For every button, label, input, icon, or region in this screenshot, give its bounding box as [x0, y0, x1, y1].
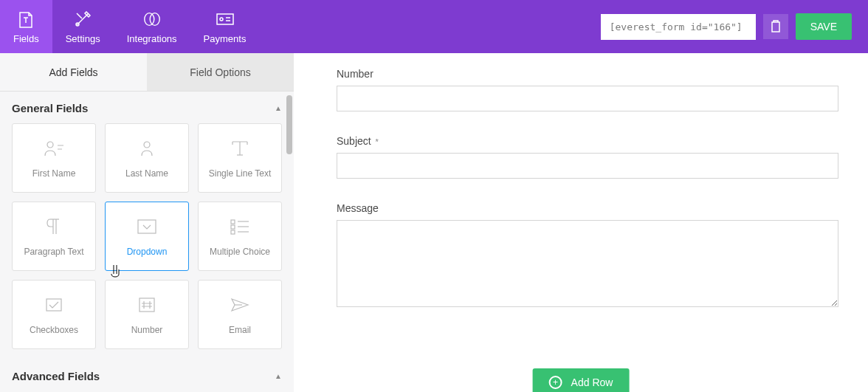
label-message: Message: [337, 202, 838, 214]
shortcode-input[interactable]: [601, 14, 756, 40]
general-fields-grid: First Name Last Name: [0, 123, 294, 360]
svg-rect-12: [46, 299, 61, 311]
section-advanced-fields[interactable]: Advanced Fields ▲: [0, 360, 294, 391]
svg-point-1: [144, 13, 154, 25]
person-icon: [43, 137, 65, 159]
field-label: Single Line Text: [209, 168, 272, 179]
svg-point-7: [144, 142, 150, 148]
field-label: Paragraph Text: [24, 247, 83, 257]
list-icon: [229, 216, 251, 238]
nav-fields[interactable]: Fields: [0, 0, 52, 53]
scrollbar[interactable]: [285, 92, 294, 173]
field-multiple-choice[interactable]: Multiple Choice: [198, 202, 282, 271]
clipboard-icon: [770, 20, 782, 33]
svg-rect-11: [231, 230, 235, 234]
field-label: Number: [131, 325, 163, 335]
nav-settings[interactable]: Settings: [52, 0, 114, 53]
field-label: Dropdown: [127, 247, 168, 257]
field-label: Last Name: [125, 168, 168, 179]
form-row-number: Number: [337, 68, 838, 111]
send-icon: [229, 294, 251, 316]
form-row-subject: Subject *: [337, 135, 838, 179]
svg-rect-8: [138, 220, 156, 233]
person-icon: [136, 137, 158, 159]
section-title: General Fields: [12, 102, 88, 114]
main: Add Fields Field Options General Fields …: [0, 53, 868, 392]
nav-integrations[interactable]: Integrations: [114, 0, 190, 53]
field-label: Checkboxes: [30, 325, 78, 335]
section-general-fields[interactable]: General Fields ▲: [0, 92, 294, 123]
field-last-name[interactable]: Last Name: [105, 123, 189, 193]
tab-add-fields[interactable]: Add Fields: [0, 53, 147, 91]
svg-rect-13: [140, 298, 154, 312]
field-paragraph-text[interactable]: Paragraph Text: [12, 202, 96, 271]
textarea-message[interactable]: [337, 220, 838, 307]
caret-up-icon: ▲: [275, 104, 282, 112]
required-indicator: *: [376, 137, 379, 146]
svg-rect-5: [772, 22, 779, 32]
nav-label: Fields: [13, 33, 39, 44]
field-dropdown[interactable]: Dropdown: [105, 202, 189, 271]
field-email[interactable]: Email: [198, 280, 282, 349]
form-preview: Number Subject * Message + Add Row: [294, 53, 868, 392]
field-single-line-text[interactable]: Single Line Text: [198, 123, 282, 193]
form-row-message: Message: [337, 202, 838, 310]
section-title: Advanced Fields: [12, 370, 100, 382]
nav-label: Payments: [204, 33, 247, 44]
settings-icon: [73, 10, 92, 29]
topbar: Fields Settings Integrations: [0, 0, 868, 53]
topbar-actions: SAVE: [601, 13, 868, 40]
payments-icon: [216, 10, 235, 29]
add-row-button[interactable]: + Add Row: [533, 368, 630, 392]
integrations-icon: [142, 10, 162, 29]
nav-label: Integrations: [127, 33, 177, 44]
svg-rect-10: [231, 225, 235, 229]
copy-button[interactable]: [763, 14, 788, 39]
sidebar-tabs: Add Fields Field Options: [0, 53, 294, 92]
text-icon: [229, 137, 251, 159]
save-button[interactable]: SAVE: [796, 13, 852, 40]
field-label: First Name: [32, 168, 76, 179]
label-number: Number: [337, 68, 838, 80]
input-number[interactable]: [337, 86, 838, 111]
hash-icon: [136, 294, 158, 316]
field-number[interactable]: Number: [105, 280, 189, 349]
topbar-nav: Fields Settings Integrations: [0, 0, 259, 53]
caret-up-icon: ▲: [275, 372, 282, 380]
tab-field-options[interactable]: Field Options: [147, 53, 294, 91]
svg-rect-9: [231, 220, 235, 224]
plus-icon: +: [549, 376, 562, 389]
field-checkboxes[interactable]: Checkboxes: [12, 280, 96, 349]
field-first-name[interactable]: First Name: [12, 123, 96, 193]
scrollbar-thumb[interactable]: [286, 95, 292, 154]
paragraph-icon: [43, 216, 65, 238]
checkbox-icon: [43, 294, 65, 316]
svg-point-6: [47, 142, 53, 148]
nav-label: Settings: [66, 33, 100, 44]
dropdown-icon: [136, 216, 158, 238]
fields-icon: [16, 10, 35, 29]
field-label: Multiple Choice: [210, 247, 270, 257]
field-label: Email: [229, 325, 251, 335]
svg-point-2: [150, 13, 159, 25]
sidebar: Add Fields Field Options General Fields …: [0, 53, 294, 392]
label-subject: Subject *: [337, 135, 838, 147]
input-subject[interactable]: [337, 153, 838, 179]
nav-payments[interactable]: Payments: [190, 0, 260, 53]
add-row-label: Add Row: [571, 376, 613, 388]
svg-point-4: [220, 18, 223, 21]
